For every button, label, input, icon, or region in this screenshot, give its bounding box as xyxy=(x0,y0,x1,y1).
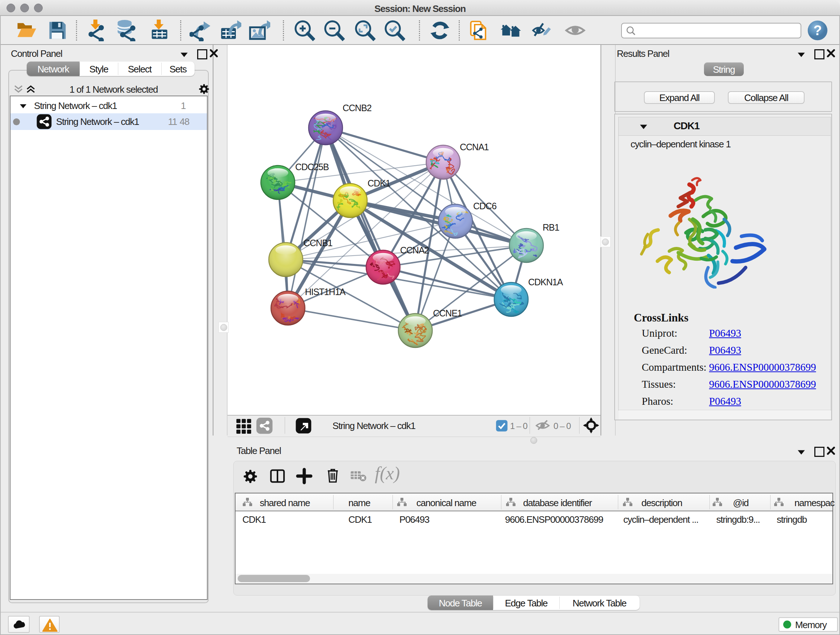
svg-text:CCNB1: CCNB1 xyxy=(303,238,332,248)
svg-text:CCNE1: CCNE1 xyxy=(433,308,462,318)
svg-text:CDK1: CDK1 xyxy=(368,178,390,188)
svg-text:CCNA1: CCNA1 xyxy=(460,142,489,152)
svg-text:RB1: RB1 xyxy=(543,222,559,233)
svg-text:?: ? xyxy=(813,23,821,38)
svg-text:CDC25B: CDC25B xyxy=(295,162,329,172)
svg-text:CCNA2: CCNA2 xyxy=(400,245,429,255)
svg-text:CDKN1A: CDKN1A xyxy=(528,277,563,287)
svg-text:CCNB2: CCNB2 xyxy=(343,103,371,113)
svg-text:CDC6: CDC6 xyxy=(473,201,496,211)
svg-text:HIST1H1A: HIST1H1A xyxy=(305,287,346,297)
